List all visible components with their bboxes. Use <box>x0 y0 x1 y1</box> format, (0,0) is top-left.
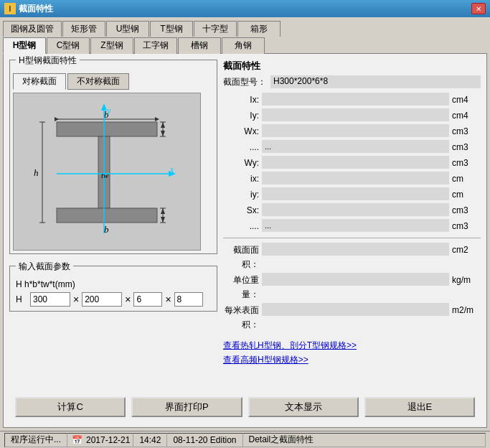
status-bar: 程序运行中... 📅 2017-12-21 14:42 08-11-20 Edi… <box>0 431 490 448</box>
status-time: 14:42 <box>133 433 167 447</box>
tab-h-steel[interactable]: H型钢 <box>3 37 46 54</box>
prop-name-iy2: iy: <box>223 187 259 202</box>
prop-name-wx: Wx: <box>223 124 259 139</box>
text-button[interactable]: 文本显示 <box>248 397 359 417</box>
prop-name-dot2: .... <box>223 219 259 233</box>
app-icon: I <box>4 3 16 14</box>
edition-text: 08-11-20 Edition <box>173 435 236 445</box>
divider <box>223 238 481 238</box>
svg-marker-21 <box>161 131 165 136</box>
svg-text:tw: tw <box>101 171 109 179</box>
prop-value-ix2 <box>262 172 449 185</box>
bottom-bar: 计算C 界面打印P 文本显示 退出E <box>9 393 481 421</box>
status-icon-seg: 📅 2017-12-21 <box>67 433 133 447</box>
unit-area: cm2 <box>452 243 481 271</box>
tab-rect-tube[interactable]: 矩形管 <box>62 21 105 37</box>
prop-name-iy: Iy: <box>223 108 259 123</box>
window-title: 截面特性 <box>19 3 53 15</box>
prop-name-dot1: .... <box>223 140 259 154</box>
tab-channel[interactable]: 槽钢 <box>178 37 221 54</box>
h-shape-svg: b y x <box>14 93 200 250</box>
prop-value-dot1: ... <box>262 140 449 153</box>
svg-rect-0 <box>57 122 157 136</box>
tab-i-steel[interactable]: 工字钢 <box>134 37 177 54</box>
prop-name-ix: Ix: <box>223 93 259 107</box>
label-weight: 单位重量： <box>223 273 259 302</box>
tab-u-steel[interactable]: U型钢 <box>106 21 149 37</box>
section-type-value: H300*200*6*8 <box>270 75 481 88</box>
status-text: 程序运行中... <box>11 434 61 446</box>
tab-round-steel[interactable]: 圆钢及圆管 <box>3 21 62 37</box>
title-bar: I 截面特性 ✕ <box>0 0 490 17</box>
link-high-freq[interactable]: 查看高频H型钢规格>> <box>223 354 481 366</box>
svg-marker-26 <box>161 217 165 223</box>
tab-c-steel[interactable]: C型钢 <box>47 37 90 54</box>
svg-text:b: b <box>104 224 109 235</box>
close-button[interactable]: ✕ <box>471 3 486 14</box>
prop-unit-iy: cm4 <box>452 108 481 123</box>
input-h[interactable] <box>30 292 70 307</box>
link-hot-rolled[interactable]: 查看热轧H型钢、剖分T型钢规格>> <box>223 340 481 352</box>
section-title: 截面特性 <box>223 60 481 73</box>
svg-marker-6 <box>101 103 107 111</box>
prop-value-dot2: ... <box>262 219 449 232</box>
time-text: 14:42 <box>139 435 161 445</box>
prop-unit-ix: cm4 <box>452 93 481 107</box>
prop-name-wy: Wy: <box>223 156 259 170</box>
value-surface <box>262 303 449 316</box>
tab-cross[interactable]: 十字型 <box>194 21 237 37</box>
svg-rect-2 <box>57 208 157 223</box>
group-label: H型钢截面特性 <box>16 55 80 67</box>
svg-marker-25 <box>161 208 165 214</box>
prop-name-sx: Sx: <box>223 203 259 218</box>
svg-text:h: h <box>34 167 39 178</box>
prop-unit-dot2: cm3 <box>452 219 481 233</box>
tabs-row1: 圆钢及圆管 矩形管 U型钢 T型钢 十字型 箱形 <box>0 17 490 36</box>
prop-value-wy <box>262 156 449 169</box>
status-edition: 08-11-20 Edition <box>167 433 242 447</box>
tab-box[interactable]: 箱形 <box>237 21 281 37</box>
status-running: 程序运行中... <box>4 433 67 447</box>
main-container: 圆钢及圆管 矩形管 U型钢 T型钢 十字型 箱形 H型钢 C型钢 Z型钢 工字钢… <box>0 17 490 448</box>
unit-surface: m2/m <box>452 303 481 332</box>
prop-value-iy2 <box>262 187 449 200</box>
input-tw[interactable] <box>133 292 162 307</box>
tab-t-steel[interactable]: T型钢 <box>150 21 193 37</box>
input-t[interactable] <box>174 292 203 307</box>
sep2: × <box>125 294 131 305</box>
param-row: H × × × <box>16 292 211 307</box>
prop-unit-wy: cm3 <box>452 156 481 170</box>
svg-marker-20 <box>161 122 165 128</box>
tab-angle[interactable]: 角钢 <box>222 37 265 54</box>
subtab-symmetric[interactable]: 对称截面 <box>13 73 66 90</box>
prop-value-iy <box>262 108 449 121</box>
param-hint: H h*b*tw*t(mm) <box>16 279 211 289</box>
prop-value-sx <box>262 203 449 216</box>
calc-button[interactable]: 计算C <box>15 397 126 417</box>
prop-value-wx <box>262 124 449 137</box>
right-panel: 截面特性 截面型号： H300*200*6*8 Ix: cm4 Iy: cm4 <box>223 60 481 393</box>
prop-unit-dot1: cm3 <box>452 140 481 154</box>
prop-value-ix <box>262 93 449 106</box>
left-panel: H型钢截面特性 对称截面 不对称截面 <box>9 60 217 393</box>
area-grid: 截面面积： cm2 单位重量： kg/m 每米表面积： m2/m <box>223 243 481 332</box>
value-area <box>262 243 449 256</box>
prop-name-ix2: ix: <box>223 172 259 186</box>
tabs-row2: H型钢 C型钢 Z型钢 工字钢 槽钢 角钢 <box>0 37 490 53</box>
content-area: H型钢截面特性 对称截面 不对称截面 <box>3 53 487 428</box>
shape-preview: b y x <box>13 93 201 251</box>
detail-text: Detail之截面特性 <box>249 434 314 446</box>
exit-button[interactable]: 退出E <box>364 397 475 417</box>
subtab-asymmetric[interactable]: 不对称截面 <box>67 73 129 90</box>
input-b[interactable] <box>82 292 122 307</box>
h-steel-group: H型钢截面特性 对称截面 不对称截面 <box>9 60 217 254</box>
sep1: × <box>73 294 79 305</box>
print-button[interactable]: 界面打印P <box>131 397 242 417</box>
tab-z-steel[interactable]: Z型钢 <box>90 37 133 54</box>
status-detail: Detail之截面特性 <box>243 433 486 447</box>
param-section: 输入截面参数 H h*b*tw*t(mm) H × × × <box>9 266 217 312</box>
calendar-icon: 📅 <box>70 434 83 447</box>
param-label: 输入截面参数 <box>16 261 73 273</box>
prop-unit-sx: cm3 <box>452 203 481 218</box>
sub-tabs: 对称截面 不对称截面 <box>13 73 214 90</box>
